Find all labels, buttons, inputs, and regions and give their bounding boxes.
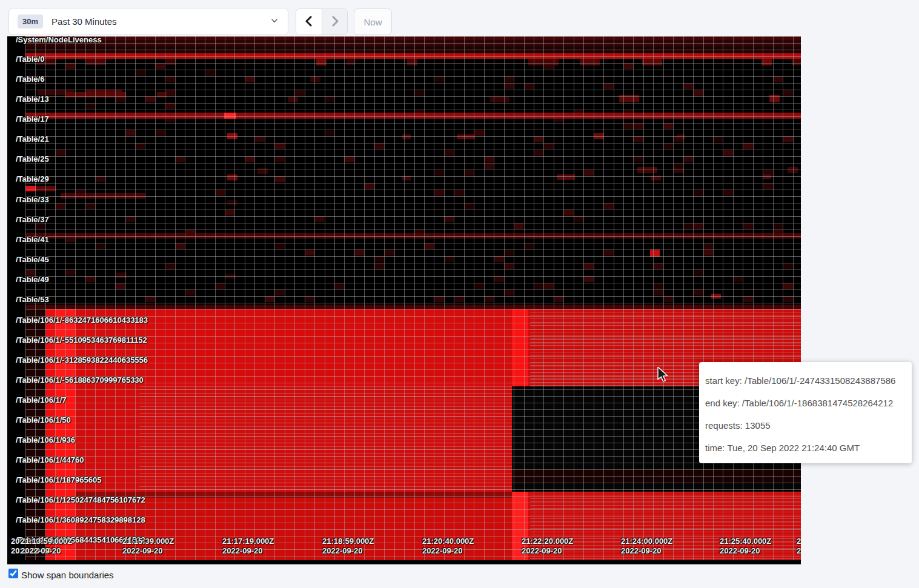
x-axis-tick: 21:22:20.000Z2022-09-20 xyxy=(522,537,573,556)
row-label: /Table/45 xyxy=(16,255,49,264)
row-label: /Table/33 xyxy=(16,195,49,204)
chevron-left-icon xyxy=(304,15,314,29)
mouse-cursor-icon xyxy=(657,367,670,382)
row-label: /Table/106/1/-561886370999765330 xyxy=(16,375,144,385)
x-axis-tick: 21:18:59.000Z2022-09-20 xyxy=(322,537,374,556)
tooltip-start-key: start key: /Table/106/1/-247433150824388… xyxy=(705,369,907,392)
x-axis-tick: 21:17:19.000Z2022-09-20 xyxy=(222,537,274,556)
row-label: /Table/17 xyxy=(16,114,49,124)
row-label: /Table/29 xyxy=(16,174,49,183)
footer-bar: Show span boundaries xyxy=(8,569,114,581)
row-label: /Table/25 xyxy=(16,154,49,164)
key-visualizer-page: 30m Past 30 Minutes Now /System/NodeLive… xyxy=(0,0,919,588)
row-label: /Table/0 xyxy=(16,55,44,64)
row-label: /Table/106/1/50 xyxy=(16,415,71,424)
row-label: /Table/106/1/936 xyxy=(16,435,75,444)
x-axis-tick: 21:27:20.000Z2022-09-20 xyxy=(797,537,801,556)
row-label: /Table/106/1/7 xyxy=(16,395,67,405)
show-span-boundaries-toggle[interactable] xyxy=(8,569,21,581)
row-label: /Table/106/1/3608924758329898128 xyxy=(16,515,145,524)
row-label: /Table/106/1/1250247484756107672 xyxy=(16,495,145,504)
chevron-right-icon xyxy=(330,15,340,29)
row-label: /Table/49 xyxy=(16,275,49,284)
row-label: /Table/37 xyxy=(16,215,49,224)
x-axis-tick: 21:24:00.000Z2022-09-20 xyxy=(621,537,672,556)
time-range-label: Past 30 Minutes xyxy=(51,16,117,27)
fine-grid-overlay xyxy=(139,386,512,492)
row-label: /Table/106/1/-5510953463769811152 xyxy=(16,335,147,345)
hover-tooltip: start key: /Table/106/1/-247433150824388… xyxy=(699,362,912,463)
row-label: /Table/21 xyxy=(16,134,49,144)
now-button[interactable]: Now xyxy=(354,8,392,35)
row-label: /Table/106/1/-3128593822440635556 xyxy=(16,355,148,365)
key-visualizer-heatmap[interactable]: /System/NodeLiveness/Table/0/Table/6/Tab… xyxy=(7,36,801,564)
time-range-select[interactable]: 30m Past 30 Minutes xyxy=(8,8,288,35)
chevron-down-icon xyxy=(270,16,279,28)
tooltip-requests: requests: 13055 xyxy=(705,414,907,437)
x-axis-tick: 21:20:40.000Z2022-09-20 xyxy=(422,537,474,556)
row-label: /System/NodeLiveness xyxy=(16,36,102,44)
time-nav-button-group xyxy=(296,8,348,35)
show-span-boundaries-checkbox[interactable] xyxy=(8,569,18,578)
time-range-badge: 30m xyxy=(18,15,43,28)
row-label: /Table/106/1/187965605 xyxy=(16,475,101,484)
show-span-boundaries-label: Show span boundaries xyxy=(21,570,114,580)
x-axis-tick: 21:13:59.000Z2022-09-20 xyxy=(21,537,72,556)
x-axis-tick: 21:25:40.000Z2022-09-20 xyxy=(720,537,771,556)
prev-button[interactable] xyxy=(296,9,322,35)
next-button[interactable] xyxy=(322,9,347,35)
row-label: /Table/106/1/-8632471606610433183 xyxy=(16,315,148,325)
row-label: /Table/41 xyxy=(16,235,49,244)
row-label: /Table/6 xyxy=(16,74,44,84)
row-label: /Table/53 xyxy=(16,295,49,304)
row-label: /Table/106/1/44760 xyxy=(16,455,84,464)
row-label: /Table/13 xyxy=(16,94,49,104)
tooltip-end-key: end key: /Table/106/1/-18683814745282642… xyxy=(705,392,907,414)
tooltip-time: time: Tue, 20 Sep 2022 21:24:40 GMT xyxy=(705,437,907,459)
x-axis-tick: 21:15:39.000Z2022-09-20 xyxy=(122,537,174,556)
